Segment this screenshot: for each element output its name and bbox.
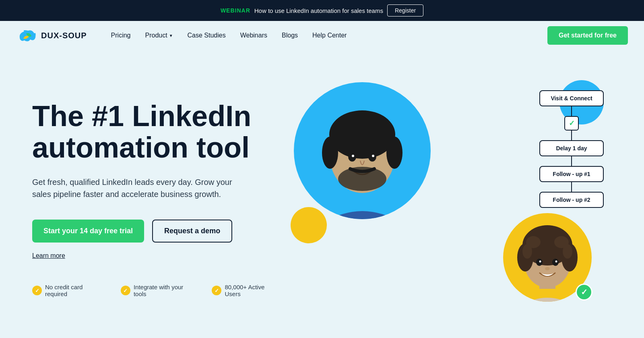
hero-section: The #1 LinkedIn automation tool Get fres… (0, 50, 644, 338)
svg-point-11 (511, 298, 584, 302)
svg-point-26 (545, 267, 550, 270)
register-button[interactable]: Register (387, 4, 423, 17)
check-icon: ✓ (569, 119, 575, 128)
hero-subtitle: Get fresh, qualified LinkedIn leads ever… (32, 176, 242, 200)
flow-diagram: Visit & Connect ✓ Delay 1 day Follow - u… (539, 90, 604, 208)
svg-point-20 (522, 244, 532, 259)
nav-pricing[interactable]: Pricing (111, 32, 131, 39)
navbar: DUX-SOUP Pricing Product▼ Case Studies W… (0, 21, 644, 50)
svg-point-23 (552, 259, 559, 266)
badge-label-2: Integrate with your tools (134, 284, 198, 297)
nav-product[interactable]: Product▼ (145, 32, 173, 39)
check-mark-icon: ✓ (581, 287, 588, 297)
cta-row: Start your 14 day free trial Request a d… (32, 220, 282, 243)
person-1-circle (294, 82, 431, 219)
nav-help-center[interactable]: Help Center (312, 32, 347, 39)
logo[interactable]: DUX-SOUP (16, 27, 87, 44)
green-check-badge: ✓ (576, 284, 592, 301)
trial-button[interactable]: Start your 14 day free trial (32, 220, 144, 243)
check-icon-1: ✓ (32, 286, 42, 295)
check-icon-2: ✓ (121, 286, 130, 295)
banner-text: How to use LinkedIn automation for sales… (254, 7, 383, 14)
nav-blogs[interactable]: Blogs (282, 32, 298, 39)
yellow-accent-circle (291, 207, 327, 243)
flow-step-followup-2: Follow - up #2 (539, 192, 604, 208)
logo-icon (16, 27, 37, 44)
get-started-button[interactable]: Get started for free (547, 26, 628, 45)
flow-connector-1 (571, 106, 572, 116)
svg-point-9 (372, 155, 374, 157)
nav-links: Pricing Product▼ Case Studies Webinars B… (111, 32, 547, 39)
svg-point-8 (352, 155, 354, 157)
chevron-down-icon: ▼ (169, 33, 173, 38)
flow-connector-4 (571, 182, 572, 192)
nav-webinars[interactable]: Webinars (240, 32, 267, 39)
svg-point-22 (536, 259, 543, 266)
svg-point-0 (310, 211, 415, 219)
hero-title: The #1 LinkedIn automation tool (32, 101, 282, 164)
flow-check-box: ✓ (564, 116, 579, 131)
hero-content: The #1 LinkedIn automation tool Get fres… (32, 101, 282, 298)
badge-label-1: No credit card required (45, 284, 106, 297)
svg-point-25 (555, 261, 557, 263)
logo-text: DUX-SOUP (41, 31, 87, 40)
flow-connector-2 (571, 131, 572, 140)
flow-connector-3 (571, 156, 572, 166)
svg-point-21 (563, 244, 572, 259)
svg-point-24 (539, 261, 541, 263)
flow-step-followup-1: Follow - up #1 (539, 166, 604, 182)
flow-step-visit-connect: Visit & Connect (539, 90, 604, 106)
svg-point-3 (329, 110, 395, 159)
person-man-svg (294, 82, 431, 219)
demo-button[interactable]: Request a demo (152, 220, 232, 243)
nav-case-studies[interactable]: Case Studies (188, 32, 226, 39)
badge-integrate: ✓ Integrate with your tools (121, 284, 198, 297)
flow-step-delay: Delay 1 day (539, 140, 604, 156)
badge-active-users: ✓ 80,000+ Active Users (212, 284, 282, 297)
svg-point-4 (322, 137, 338, 169)
svg-point-5 (386, 137, 402, 169)
top-banner: WEBINAR How to use LinkedIn automation f… (0, 0, 644, 21)
badge-no-credit-card: ✓ No credit card required (32, 284, 106, 297)
learn-more-link[interactable]: Learn more (32, 252, 65, 259)
check-icon-3: ✓ (212, 286, 221, 295)
hero-illustration: ✓ Visit & Connect ✓ Delay 1 day Follow -… (282, 74, 612, 324)
badges-row: ✓ No credit card required ✓ Integrate wi… (32, 284, 282, 297)
badge-label-3: 80,000+ Active Users (225, 284, 282, 297)
webinar-label: WEBINAR (221, 7, 250, 14)
